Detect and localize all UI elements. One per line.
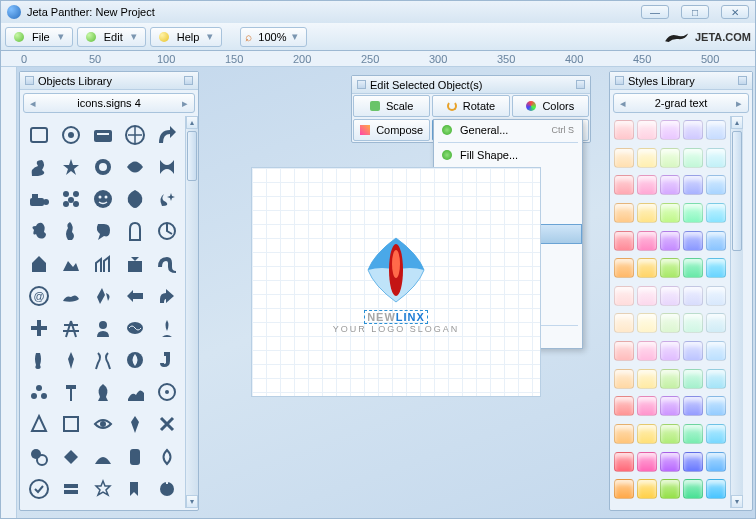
library-icon[interactable] — [88, 409, 118, 439]
style-swatch[interactable] — [706, 452, 726, 472]
help-menu[interactable]: Help▾ — [150, 27, 223, 47]
minimize-button[interactable]: — — [641, 5, 669, 19]
library-icon[interactable] — [120, 120, 150, 150]
collapse-icon[interactable] — [615, 76, 624, 85]
style-swatch[interactable] — [706, 369, 726, 389]
style-swatch[interactable] — [706, 396, 726, 416]
style-swatch[interactable] — [614, 479, 634, 499]
library-icon[interactable] — [56, 442, 86, 472]
style-swatch[interactable] — [683, 479, 703, 499]
style-swatch[interactable] — [660, 341, 680, 361]
library-icon[interactable] — [24, 377, 54, 407]
style-swatch[interactable] — [614, 231, 634, 251]
library-icon[interactable] — [24, 442, 54, 472]
style-swatch[interactable] — [660, 369, 680, 389]
style-swatch[interactable] — [706, 203, 726, 223]
menu-general[interactable]: General...Ctrl S — [434, 120, 582, 140]
library-icon[interactable] — [152, 120, 182, 150]
collapse-icon[interactable] — [357, 80, 366, 89]
library-icon[interactable] — [88, 249, 118, 279]
library-icon[interactable] — [88, 313, 118, 343]
scrollbar[interactable]: ▴ ▾ — [185, 116, 198, 508]
style-swatch[interactable] — [683, 286, 703, 306]
style-swatch[interactable] — [637, 258, 657, 278]
style-swatch[interactable] — [637, 231, 657, 251]
library-icon[interactable] — [152, 184, 182, 214]
library-icon[interactable] — [24, 249, 54, 279]
logo-mark[interactable] — [356, 230, 436, 310]
scroll-thumb[interactable] — [732, 131, 742, 251]
library-icon[interactable] — [24, 345, 54, 375]
library-icon[interactable] — [88, 442, 118, 472]
style-swatch[interactable] — [706, 148, 726, 168]
library-icon[interactable] — [120, 249, 150, 279]
library-icon[interactable] — [88, 120, 118, 150]
library-icon[interactable] — [152, 313, 182, 343]
library-icon[interactable] — [152, 152, 182, 182]
file-menu[interactable]: File▾ — [5, 27, 73, 47]
library-icon[interactable] — [88, 152, 118, 182]
library-icon[interactable] — [56, 409, 86, 439]
style-swatch[interactable] — [706, 175, 726, 195]
logo-slogan[interactable]: YOUR LOGO SLOGAN — [333, 324, 460, 334]
library-icon[interactable] — [152, 281, 182, 311]
library-icon[interactable] — [120, 409, 150, 439]
style-swatch[interactable] — [614, 148, 634, 168]
style-swatch[interactable] — [660, 424, 680, 444]
library-icon[interactable] — [24, 152, 54, 182]
library-icon[interactable] — [120, 345, 150, 375]
library-icon[interactable] — [88, 281, 118, 311]
library-icon[interactable] — [120, 442, 150, 472]
library-icon[interactable] — [152, 409, 182, 439]
scale-button[interactable]: Scale — [353, 95, 430, 117]
library-icon[interactable] — [24, 409, 54, 439]
style-swatch[interactable] — [706, 286, 726, 306]
style-swatch[interactable] — [706, 313, 726, 333]
library-icon[interactable] — [56, 474, 86, 504]
style-swatch[interactable] — [637, 203, 657, 223]
panel-options-icon[interactable] — [576, 80, 585, 89]
scroll-up-button[interactable]: ▴ — [731, 116, 743, 129]
library-icon[interactable] — [120, 216, 150, 246]
style-swatch[interactable] — [706, 258, 726, 278]
style-swatch[interactable] — [683, 452, 703, 472]
library-icon[interactable] — [88, 216, 118, 246]
library-icon[interactable] — [152, 216, 182, 246]
style-swatch[interactable] — [660, 231, 680, 251]
style-swatch[interactable] — [660, 258, 680, 278]
style-swatch[interactable] — [683, 231, 703, 251]
style-swatch[interactable] — [614, 313, 634, 333]
library-icon[interactable] — [56, 216, 86, 246]
zoom-control[interactable]: ⌕100%▾ — [240, 27, 307, 47]
library-icon[interactable] — [152, 474, 182, 504]
style-swatch[interactable] — [683, 424, 703, 444]
library-icon[interactable] — [120, 377, 150, 407]
library-icon[interactable] — [24, 184, 54, 214]
style-swatch[interactable] — [660, 175, 680, 195]
style-swatch[interactable] — [614, 341, 634, 361]
library-icon[interactable] — [56, 152, 86, 182]
style-swatch[interactable] — [683, 396, 703, 416]
style-swatch[interactable] — [706, 120, 726, 140]
style-swatch[interactable] — [637, 396, 657, 416]
compose-button[interactable]: Compose — [353, 119, 430, 141]
style-swatch[interactable] — [614, 120, 634, 140]
style-swatch[interactable] — [614, 203, 634, 223]
logo-text-selected[interactable]: NEWLINX — [364, 310, 428, 324]
style-swatch[interactable] — [683, 369, 703, 389]
style-swatch[interactable] — [683, 313, 703, 333]
library-icon[interactable] — [120, 474, 150, 504]
library-icon[interactable] — [56, 281, 86, 311]
library-icon[interactable] — [120, 313, 150, 343]
colors-button[interactable]: Colors — [512, 95, 589, 117]
library-icon[interactable] — [24, 216, 54, 246]
library-icon[interactable] — [152, 249, 182, 279]
library-icon[interactable] — [152, 377, 182, 407]
rotate-button[interactable]: Rotate — [432, 95, 509, 117]
collapse-icon[interactable] — [25, 76, 34, 85]
style-swatch[interactable] — [706, 479, 726, 499]
style-swatch[interactable] — [614, 258, 634, 278]
style-swatch[interactable] — [683, 203, 703, 223]
style-swatch[interactable] — [660, 203, 680, 223]
style-swatch[interactable] — [614, 424, 634, 444]
